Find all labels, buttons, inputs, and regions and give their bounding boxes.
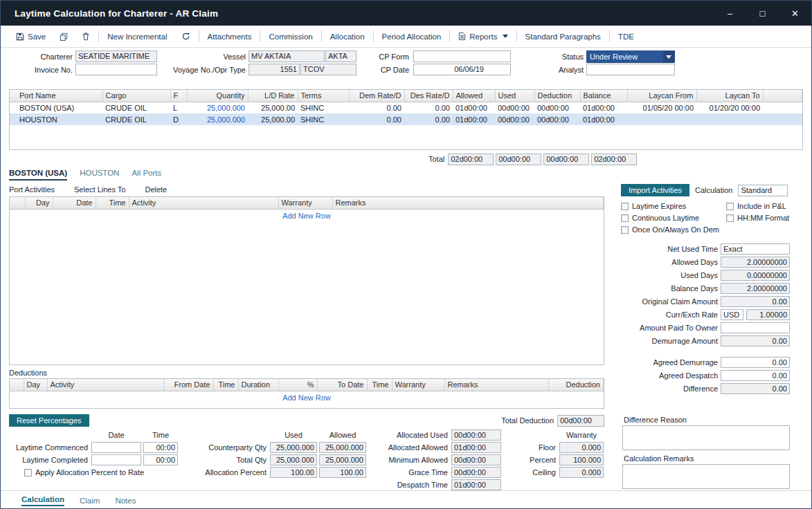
grid-cell[interactable]: 01d00:00: [453, 102, 495, 113]
col-header[interactable]: Time: [367, 379, 392, 391]
col-header[interactable]: To Date: [317, 379, 367, 391]
cp-date-field[interactable]: 06/06/19: [413, 64, 511, 75]
agreed-despatch-field[interactable]: 0.00: [721, 370, 790, 381]
grid-cell[interactable]: 0.00: [349, 113, 404, 125]
laytime-completed-date-field[interactable]: [91, 454, 141, 465]
col-header[interactable]: Time: [213, 379, 238, 391]
allocation-button[interactable]: Allocation: [323, 29, 372, 44]
new-incremental-button[interactable]: New Incremental: [100, 29, 174, 44]
col-header[interactable]: Date: [53, 197, 96, 209]
grid-cell[interactable]: D: [170, 113, 187, 125]
agreed-demurrage-field[interactable]: 0.00: [721, 357, 790, 368]
grid-cell[interactable]: 00d00:00: [495, 102, 534, 113]
col-header[interactable]: L/D Rate: [248, 90, 298, 102]
col-header[interactable]: Activity: [47, 379, 163, 391]
currency-field[interactable]: USD: [721, 309, 743, 320]
col-header[interactable]: Used: [495, 90, 534, 102]
copy-button[interactable]: [53, 29, 75, 44]
grid-cell[interactable]: 0.00: [404, 102, 453, 113]
reports-button[interactable]: Reports: [451, 29, 514, 44]
net-used-time-field[interactable]: Exact: [721, 243, 790, 254]
grid-cell[interactable]: [696, 113, 763, 125]
standard-paragraphs-button[interactable]: Standard Paragraphs: [518, 29, 608, 44]
col-header[interactable]: Time: [96, 197, 129, 209]
col-header[interactable]: Allowed: [453, 90, 495, 102]
col-header[interactable]: Port Name: [10, 90, 102, 102]
grid-cell[interactable]: 01d00:00: [453, 113, 495, 125]
delete-link[interactable]: Delete: [145, 185, 167, 194]
laytime-completed-time-field[interactable]: 00:00: [143, 454, 178, 465]
col-header[interactable]: Cargo: [102, 90, 170, 102]
amount-paid-field[interactable]: [721, 322, 790, 333]
grid-cell[interactable]: 25,000.00: [248, 113, 298, 125]
quantity-link[interactable]: 25,000.000: [207, 104, 245, 112]
add-new-row-link[interactable]: Add New Row: [10, 391, 604, 404]
difference-reason-textarea[interactable]: [622, 425, 790, 450]
table-row[interactable]: HOUSTON CRUDE OIL D 25,000.000 25,000.00…: [10, 113, 802, 125]
tab-all-ports[interactable]: All Ports: [132, 169, 161, 179]
minimize-button[interactable]: –: [714, 1, 746, 26]
reset-percentages-button[interactable]: Reset Percentages: [9, 414, 89, 427]
save-button[interactable]: Save: [9, 29, 53, 44]
tab-claim[interactable]: Claim: [80, 497, 100, 506]
grid-cell[interactable]: 0.00: [349, 102, 404, 113]
grid-cell[interactable]: SHINC: [298, 102, 349, 113]
grid-cell[interactable]: 00d00:00: [534, 102, 580, 113]
grid-cell[interactable]: 0.00: [404, 113, 453, 125]
laytime-expires-checkbox[interactable]: [621, 203, 629, 210]
laytime-commenced-time-field[interactable]: 00:00: [143, 442, 178, 453]
period-allocation-button[interactable]: Period Allocation: [375, 29, 449, 44]
tde-button[interactable]: TDE: [611, 29, 641, 44]
grid-cell[interactable]: SHINC: [298, 113, 349, 125]
tab-notes[interactable]: Notes: [115, 497, 136, 506]
add-new-row-link[interactable]: Add New Row: [10, 210, 604, 222]
quantity-link[interactable]: 25,000.000: [207, 115, 245, 124]
grid-cell[interactable]: 01d00:00: [580, 102, 627, 113]
grid-cell[interactable]: 01/05/20 00:00: [627, 102, 696, 113]
col-header[interactable]: Dem Rate/D: [349, 90, 404, 102]
refresh-button[interactable]: [174, 29, 197, 44]
grid-cell[interactable]: 01d00:00: [580, 113, 627, 125]
hhmm-format-checkbox[interactable]: [726, 214, 734, 222]
col-header[interactable]: Deduction: [534, 90, 580, 102]
grid-cell[interactable]: 00d00:00: [534, 113, 580, 125]
calculation-field[interactable]: Standard: [738, 185, 788, 196]
table-row[interactable]: BOSTON (USA) CRUDE OIL L 25,000.000 25,0…: [10, 102, 802, 113]
laytime-commenced-date-field[interactable]: [91, 442, 141, 453]
grid-cell[interactable]: BOSTON (USA): [10, 102, 102, 113]
maximize-button[interactable]: □: [746, 1, 779, 26]
tab-calculation[interactable]: Calculation: [21, 495, 64, 506]
col-header[interactable]: Day: [24, 379, 47, 391]
cp-form-field[interactable]: [413, 50, 511, 62]
col-header[interactable]: F: [170, 90, 187, 102]
tab-boston[interactable]: BOSTON (USA): [9, 169, 67, 181]
attachments-button[interactable]: Attachments: [201, 29, 259, 44]
col-header[interactable]: Des Rate/D: [404, 90, 453, 102]
col-header[interactable]: Deduction: [548, 379, 604, 391]
col-header[interactable]: Laycan To: [696, 90, 763, 102]
col-header[interactable]: From Date: [163, 379, 213, 391]
col-header[interactable]: Balance: [580, 90, 627, 102]
col-header[interactable]: Remarks: [332, 197, 604, 209]
delete-button[interactable]: [75, 29, 97, 44]
calculation-remarks-textarea[interactable]: [622, 464, 790, 489]
col-header[interactable]: Warranty: [278, 197, 332, 209]
col-header[interactable]: Day: [25, 197, 53, 209]
grid-cell[interactable]: 01/20/20 00:00: [696, 102, 763, 113]
grid-cell[interactable]: 00d00:00: [495, 113, 534, 125]
import-activities-button[interactable]: Import Activities: [621, 184, 689, 196]
commission-button[interactable]: Commission: [262, 29, 319, 44]
close-button[interactable]: ✕: [779, 1, 811, 26]
status-select[interactable]: Under Review: [586, 50, 675, 63]
col-header[interactable]: Warranty: [392, 379, 444, 391]
invoice-no-field[interactable]: [75, 64, 157, 75]
col-header[interactable]: Remarks: [444, 379, 548, 391]
col-header[interactable]: Terms: [298, 90, 349, 102]
col-header[interactable]: Laycan From: [627, 90, 696, 102]
tab-houston[interactable]: HOUSTON: [80, 169, 119, 179]
col-header[interactable]: Activity: [129, 197, 278, 209]
analyst-field[interactable]: [586, 64, 675, 75]
include-pl-checkbox[interactable]: [726, 203, 734, 210]
grid-cell[interactable]: CRUDE OIL: [102, 102, 170, 113]
col-header[interactable]: Quantity: [187, 90, 248, 102]
